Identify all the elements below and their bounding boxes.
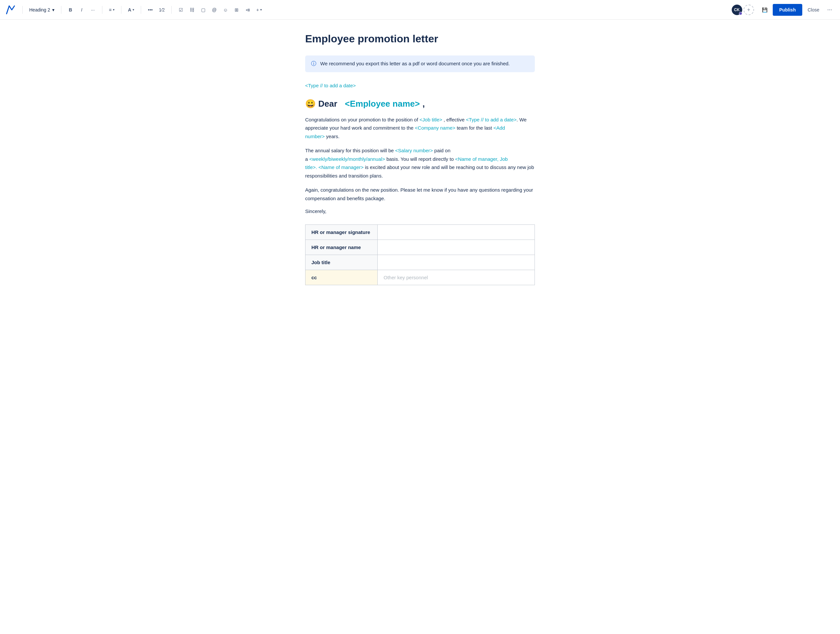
align-icon: ≡	[109, 7, 112, 13]
avatar-dot	[739, 12, 742, 15]
separator-4	[121, 6, 122, 14]
plus-collaborator-icon: +	[747, 7, 750, 13]
task-button[interactable]: ☑	[175, 5, 186, 15]
job-title-placeholder[interactable]: <Job title>	[420, 117, 442, 122]
sincerely-text: Sincerely,	[305, 209, 535, 214]
separator-6	[171, 6, 172, 14]
list-group: ••• 1⁄2	[145, 5, 167, 15]
company-name-placeholder[interactable]: <Company name>	[415, 125, 455, 131]
para1-text-1: Congratulations on your promotion to the…	[305, 117, 418, 122]
table-value-jobtitle[interactable]	[378, 255, 535, 270]
letter-greeting: 😀 Dear <Employee name>,	[305, 99, 535, 109]
bullet-list-button[interactable]: •••	[145, 5, 156, 15]
date-placeholder[interactable]: <Type // to add a date>	[305, 83, 535, 88]
para2-text-1: The annual salary for this position will…	[305, 148, 394, 153]
italic-button[interactable]: I	[76, 5, 87, 15]
link-icon: ⛓	[189, 7, 194, 13]
salary-placeholder[interactable]: <Salary number>	[395, 148, 433, 153]
body-paragraph-3: Again, congratulations on the new positi…	[305, 186, 535, 202]
column-button[interactable]: ⧏	[243, 5, 253, 15]
collaborators: CK +	[732, 5, 754, 15]
separator-1	[22, 6, 23, 14]
frequency-placeholder[interactable]: <weekly/biweekly/monthly/annual>	[309, 156, 385, 162]
table-label-cc: cc	[305, 270, 378, 285]
document-content: Employee promotion letter ⓘ We recommend…	[286, 20, 554, 311]
table-row: cc Other key personnel	[305, 270, 535, 285]
table-label-name: HR or manager name	[305, 240, 378, 255]
body-paragraph-1: Congratulations on your promotion to the…	[305, 115, 535, 141]
letter-body: Congratulations on your promotion to the…	[305, 115, 535, 203]
align-button[interactable]: ≡ ▾	[106, 5, 117, 15]
task-icon: ☑	[179, 7, 183, 13]
info-banner-text: We recommend you export this letter as a…	[320, 60, 510, 68]
column-icon: ⧏	[245, 7, 250, 13]
numbered-list-button[interactable]: 1⁄2	[156, 5, 167, 15]
manager-placeholder-2[interactable]: <Name of manager>	[318, 164, 363, 170]
table-row: HR or manager name	[305, 240, 535, 255]
font-color-group: A ▾	[125, 5, 137, 15]
separator-3	[102, 6, 103, 14]
para2-text-3: basis. You will report directly to	[387, 156, 454, 162]
app-logo[interactable]	[5, 5, 16, 15]
greeting-emoji: 😀	[305, 99, 316, 109]
body-paragraph-2: The annual salary for this position will…	[305, 146, 535, 180]
para1-text-5: years.	[326, 134, 339, 139]
mention-icon: @	[212, 7, 216, 13]
greeting-dear: Dear	[318, 99, 337, 109]
emoji-button[interactable]: ☺	[220, 5, 231, 15]
table-value-name[interactable]	[378, 240, 535, 255]
publish-button[interactable]: Publish	[773, 4, 802, 16]
font-color-icon: A	[128, 7, 131, 13]
para1-text-4: team for the last	[457, 125, 492, 131]
save-icon: 💾	[762, 7, 767, 13]
heading-selector[interactable]: Heading 2 ▾	[27, 5, 57, 15]
add-collaborator-button[interactable]: +	[744, 5, 754, 15]
greeting-comma: ,	[422, 99, 425, 109]
employee-name-placeholder[interactable]: <Employee name>	[345, 99, 420, 109]
save-button[interactable]: 💾	[759, 5, 770, 15]
table-row: Job title	[305, 255, 535, 270]
image-button[interactable]: ▢	[198, 5, 208, 15]
avatar[interactable]: CK	[732, 5, 742, 15]
format-group: B I ···	[65, 5, 98, 15]
more-format-button[interactable]: ···	[88, 5, 98, 15]
font-color-chevron-icon: ▾	[133, 8, 134, 11]
info-banner: ⓘ We recommend you export this letter as…	[305, 55, 535, 72]
table-label-signature: HR or manager signature	[305, 225, 378, 240]
table-icon: ⊞	[235, 7, 238, 13]
info-icon: ⓘ	[311, 60, 316, 67]
separator-2	[61, 6, 62, 14]
chevron-down-icon: ▾	[52, 7, 54, 13]
align-chevron-icon: ▾	[113, 8, 115, 11]
heading-selector-label: Heading 2	[29, 7, 50, 13]
para1-text-2: , effective	[444, 117, 465, 122]
plus-icon: +	[256, 7, 259, 13]
bold-button[interactable]: B	[65, 5, 76, 15]
table-label-jobtitle: Job title	[305, 255, 378, 270]
signature-table: HR or manager signature HR or manager na…	[305, 225, 535, 285]
document-title[interactable]: Employee promotion letter	[305, 33, 535, 45]
table-row: HR or manager signature	[305, 225, 535, 240]
font-color-button[interactable]: A ▾	[125, 5, 137, 15]
table-value-signature[interactable]	[378, 225, 535, 240]
emoji-icon: ☺	[223, 7, 228, 13]
date-placeholder-2[interactable]: <Type // to add a date>	[466, 117, 516, 122]
bullet-list-icon: •••	[148, 7, 153, 13]
align-group: ≡ ▾	[106, 5, 117, 15]
table-button[interactable]: ⊞	[231, 5, 242, 15]
mention-button[interactable]: @	[209, 5, 219, 15]
more-options-button[interactable]: ···	[824, 5, 835, 14]
image-icon: ▢	[201, 7, 205, 13]
toolbar: Heading 2 ▾ B I ··· ≡ ▾ A ▾ ••• 1⁄2	[0, 0, 840, 20]
numbered-list-icon: 1⁄2	[159, 7, 165, 13]
insert-more-button[interactable]: + ▾	[254, 5, 264, 15]
insert-chevron-icon: ▾	[260, 8, 262, 11]
insert-group: ☑ ⛓ ▢ @ ☺ ⊞ ⧏ + ▾	[175, 5, 264, 15]
close-button[interactable]: Close	[805, 6, 822, 14]
link-button[interactable]: ⛓	[187, 5, 197, 15]
table-value-cc[interactable]: Other key personnel	[378, 270, 535, 285]
separator-5	[141, 6, 141, 14]
